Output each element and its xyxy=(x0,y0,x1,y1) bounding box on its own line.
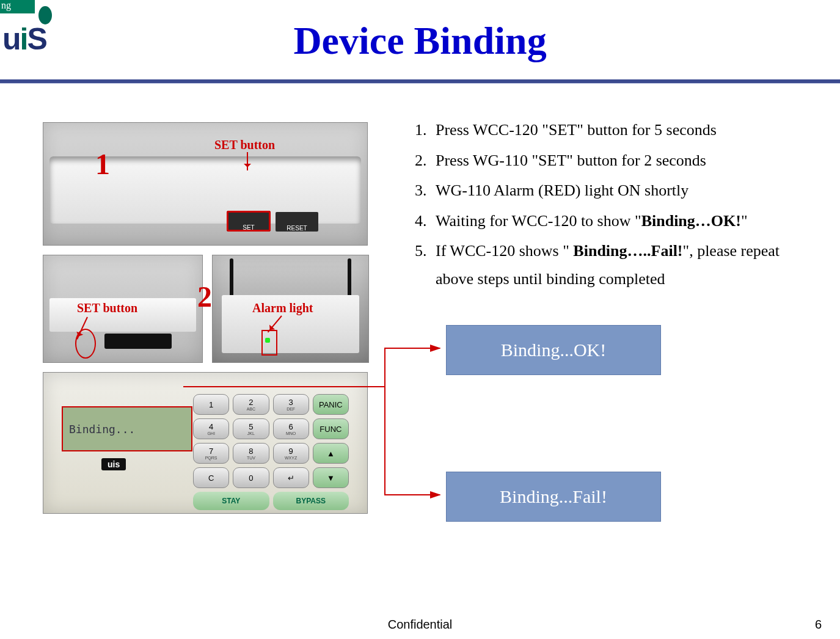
key-1: 1 xyxy=(193,394,229,415)
images-column: SET RESET SET button 1 SET button 2 Alar… xyxy=(43,122,373,514)
steps-list: Press WCC-120 "SET" button for 5 seconds… xyxy=(397,116,816,293)
instructions-column: Press WCC-120 "SET" button for 5 seconds… xyxy=(397,116,816,295)
step-number-2: 2 xyxy=(197,280,212,313)
key-6: 6MNO xyxy=(273,418,309,439)
binding-ok-box: Binding...OK! xyxy=(446,325,661,375)
keypad-photo: Binding... uis 1 2ABC 3DEF PANIC 4GHI 5J… xyxy=(43,372,368,514)
step-1: Press WCC-120 "SET" button for 5 seconds xyxy=(431,116,816,144)
step-3: WG-110 Alarm (RED) light ON shortly xyxy=(431,177,816,205)
page-title: Device Binding xyxy=(0,18,840,64)
step-4: Waiting for WCC-120 to show "Binding…OK!… xyxy=(431,207,816,235)
step-5: If WCC-120 shows " Binding…..Fail!", ple… xyxy=(431,237,816,293)
wg110-back-photo: SET button 2 xyxy=(43,255,203,363)
step-2: Press WG-110 "SET" button for 2 seconds xyxy=(431,147,816,175)
wcc120-reset-button: RESET xyxy=(276,212,318,232)
footer-page-number: 6 xyxy=(815,618,822,632)
key-0: 0 xyxy=(233,467,269,488)
key-enter: ↵ xyxy=(273,467,309,488)
keypad: 1 2ABC 3DEF PANIC 4GHI 5JKL 6MNO FUNC 7P… xyxy=(193,394,349,510)
key-bypass: BYPASS xyxy=(273,492,349,510)
binding-fail-box: Binding...Fail! xyxy=(446,472,661,522)
key-panic: PANIC xyxy=(313,394,349,415)
footer-confidential: Confidential xyxy=(0,618,840,632)
key-7: 7PQRS xyxy=(193,443,229,464)
key-down: ▼ xyxy=(313,467,349,488)
wcc120-set-button: SET xyxy=(227,211,271,232)
title-rule xyxy=(0,79,840,84)
key-up: ▲ xyxy=(313,443,349,464)
key-4: 4GHI xyxy=(193,418,229,439)
key-2: 2ABC xyxy=(233,394,269,415)
keypad-brand: uis xyxy=(101,458,126,470)
set-button-label-1: SET button xyxy=(214,138,275,152)
wg110-front-photo: Alarm light xyxy=(212,255,369,363)
wcc120-photo: SET RESET SET button 1 xyxy=(43,122,368,246)
arrow-set-1 xyxy=(247,152,248,170)
key-func: FUNC xyxy=(313,418,349,439)
key-5: 5JKL xyxy=(233,418,269,439)
set-button-label-2: SET button xyxy=(77,301,137,315)
lcd-display: Binding... xyxy=(62,406,192,451)
key-stay: STAY xyxy=(193,492,269,510)
key-c: C xyxy=(193,467,229,488)
alarm-light-label: Alarm light xyxy=(252,301,313,315)
key-9: 9WXYZ xyxy=(273,443,309,464)
key-3: 3DEF xyxy=(273,394,309,415)
key-8: 8TUV xyxy=(233,443,269,464)
step-number-1: 1 xyxy=(95,147,110,181)
